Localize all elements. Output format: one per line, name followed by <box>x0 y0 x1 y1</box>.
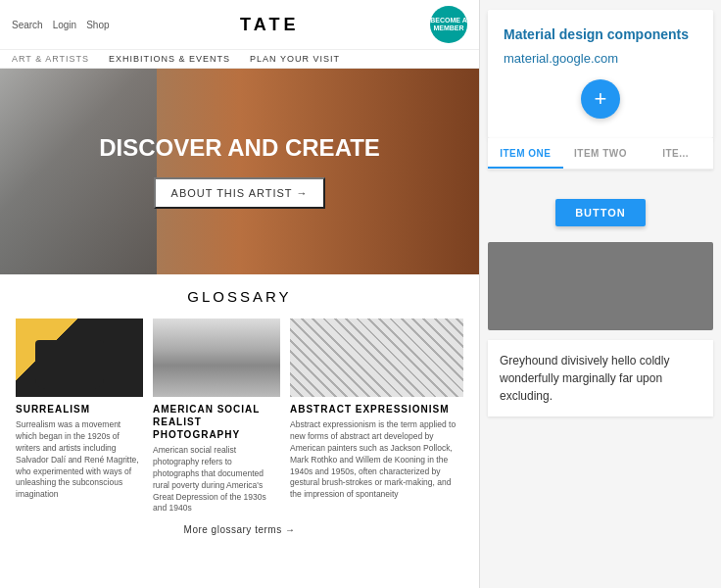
hero-title: DISCOVER AND CREATE <box>99 134 380 163</box>
text-snippet: Greyhound divisively hello coldly wonder… <box>488 340 713 416</box>
shop-link[interactable]: Shop <box>86 20 109 30</box>
american-image <box>153 318 280 397</box>
search-link[interactable]: Search <box>12 20 43 30</box>
login-link[interactable]: Login <box>53 20 76 30</box>
surrealism-desc: Surrealism was a movement which began in… <box>16 419 143 501</box>
nav-art-artists[interactable]: ART & ARTISTS <box>12 54 89 64</box>
gray-image-placeholder <box>488 242 713 330</box>
surrealism-term: SURREALISM <box>16 403 143 416</box>
become-member-button[interactable]: BECOME A MEMBER <box>430 6 467 43</box>
more-glossary-link[interactable]: More glossary terms → <box>16 524 463 535</box>
tate-header: Search Login Shop TATE BECOME A MEMBER <box>0 0 479 50</box>
glossary-item-abstract: ABSTRACT EXPRESSIONISM Abstract expressi… <box>290 318 463 514</box>
tate-website-panel: Search Login Shop TATE BECOME A MEMBER A… <box>0 0 480 588</box>
jagged-divider <box>488 330 713 340</box>
tab-item-three[interactable]: ITE... <box>638 138 713 169</box>
glossary-item-american: AMERICAN SOCIAL REALIST PHOTOGRAPHY Amer… <box>153 318 280 514</box>
glossary-item-surrealism: SURREALISM Surrealism was a movement whi… <box>16 318 143 514</box>
fab-add-button[interactable]: + <box>581 79 620 119</box>
abstract-desc: Abstract expressionism is the term appli… <box>290 419 463 501</box>
glossary-title: GLOSSARY <box>16 288 463 305</box>
tate-hero-section: DISCOVER AND CREATE ABOUT THIS ARTIST → <box>0 69 479 274</box>
abstract-image <box>290 318 463 397</box>
hero-text-block: DISCOVER AND CREATE ABOUT THIS ARTIST → <box>99 134 380 210</box>
spacer <box>480 170 721 183</box>
tate-logo: TATE <box>110 15 430 35</box>
nav-plan-visit[interactable]: PLAN YOUR VISIT <box>250 54 340 64</box>
tate-top-nav: Search Login Shop <box>12 20 110 30</box>
material-card-url[interactable]: material.google.com <box>504 51 697 66</box>
surrealism-image <box>16 318 143 397</box>
american-term: AMERICAN SOCIAL REALIST PHOTOGRAPHY <box>153 403 280 441</box>
glossary-grid: SURREALISM Surrealism was a movement whi… <box>16 318 463 514</box>
material-info-card: Material design components material.goog… <box>488 10 713 138</box>
material-card-title: Material design components <box>504 25 697 43</box>
about-artist-button[interactable]: ABOUT THIS ARTIST → <box>154 177 326 209</box>
nav-exhibitions[interactable]: EXHIBITIONS & EVENTS <box>109 54 230 64</box>
material-button[interactable]: BUTTON <box>555 199 646 226</box>
glossary-section: GLOSSARY SURREALISM Surrealism was a mov… <box>0 274 479 545</box>
american-desc: American social realist photography refe… <box>153 445 280 514</box>
material-tabs: ITEM ONE ITEM TWO ITE... <box>488 138 713 170</box>
material-design-panel: Material design components material.goog… <box>480 0 721 588</box>
tab-item-two[interactable]: ITEM TWO <box>563 138 639 169</box>
tate-main-nav: ART & ARTISTS EXHIBITIONS & EVENTS PLAN … <box>0 50 479 69</box>
tabs-bar: ITEM ONE ITEM TWO ITE... <box>488 138 713 170</box>
abstract-term: ABSTRACT EXPRESSIONISM <box>290 403 463 416</box>
tab-item-one[interactable]: ITEM ONE <box>488 138 563 169</box>
button-section: BUTTON <box>480 183 721 242</box>
